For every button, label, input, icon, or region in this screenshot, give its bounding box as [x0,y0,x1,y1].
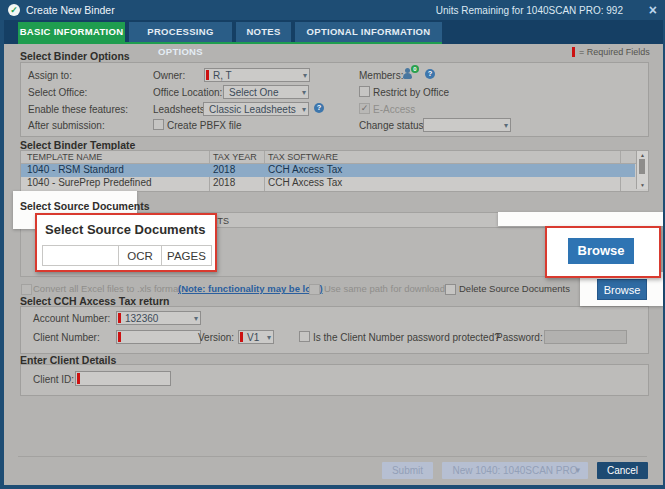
note-functionality-link[interactable]: (Note: functionality may be lost) [178,283,323,294]
binder-check-icon: ✓ [8,4,20,16]
binder-type-value: New 1040: 1040SCAN PRO [452,465,577,476]
after-submission-label: After submission: [28,120,105,131]
title-bar: ✓ Create New Binder Units Remaining for … [0,0,665,20]
table-row-sureprep-predefined[interactable]: 1040 - SurePrep Predefined 2018 CCH Axce… [21,177,635,190]
chevron-down-icon: ▾ [302,86,306,99]
template-table-header: TEMPLATE NAME TAX YEAR TAX SOFTWARE [21,151,646,164]
leadsheets-value: Classic Leadsheets [209,104,296,115]
scroll-up-icon[interactable]: ▲ [637,152,648,158]
chevron-down-icon: ▾ [504,119,508,132]
password-protected-checkbox[interactable] [299,331,310,342]
tab-strip: BASIC INFORMATION PROCESSING OPTIONS NOT… [0,20,665,44]
members-label: Members: [359,70,403,81]
col-template-name: TEMPLATE NAME [27,152,102,162]
create-pbfx-checkbox[interactable] [153,119,164,130]
cancel-button[interactable]: Cancel [597,462,648,479]
office-location-select[interactable]: Select One ▾ [223,85,309,99]
binder-type-dropdown[interactable]: New 1040: 1040SCAN PRO ▾ [442,462,588,479]
eaccess-checkbox: ✓ [359,103,370,114]
col-tax-software: TAX SOFTWARE [268,152,338,162]
owner-label: Owner: [153,70,185,81]
assign-to-label: Assign to: [28,70,72,81]
account-number-select[interactable]: 132360 ▾ [116,311,201,325]
close-icon[interactable]: × [649,2,657,18]
footer-divider [18,456,647,457]
use-same-path-label: Use same path for download [324,283,445,294]
delete-source-docs-checkbox[interactable] [445,284,456,295]
tax-software: CCH Axcess Tax [268,164,342,175]
required-marker-legend [572,47,575,57]
version-value: V1 [247,332,259,343]
binder-options-title: Select Binder Options [20,50,130,62]
convert-excel-checkbox [21,284,32,295]
eaccess-label: E-Access [373,104,415,115]
tab-processing-options[interactable]: PROCESSING OPTIONS [129,22,232,42]
client-id-input[interactable] [75,371,171,386]
binder-options-box: Assign to: Owner: R, T ▾ Members: 0 ? Se… [20,62,649,137]
tax-year: 2018 [213,177,235,188]
restrict-by-office-label: Restrict by Office [373,87,449,98]
callout-ocr-column: OCR [118,245,162,266]
scroll-down-icon[interactable]: ▼ [637,182,648,188]
window-border-bottom [0,485,665,489]
select-office-label: Select Office: [28,87,87,98]
convert-excel-label: Convert all Excel files to .xls format [33,283,181,294]
source-documents-title: Select Source Documents [20,200,150,212]
chevron-down-icon: ▾ [303,69,307,82]
create-new-binder-dialog: ✓ Create New Binder Units Remaining for … [0,0,665,489]
account-number-value: 132360 [125,313,158,324]
client-number-label: Client Number: [33,332,100,343]
annotation-white-patch [498,212,663,226]
members-help-icon[interactable]: ? [425,69,435,79]
office-location-value: Select One [229,87,278,98]
callout-browse-button: Browse [568,238,634,264]
password-protected-label: Is the Client Number password protected? [313,332,500,343]
source-documents-callout: Select Source Documents OCR PAGES [35,213,217,272]
scrollbar-thumb[interactable] [639,159,645,174]
callout-pages-column: PAGES [161,245,212,266]
leadsheets-help-icon[interactable]: ? [314,103,324,113]
chevron-down-icon: ▾ [267,331,271,344]
submit-button[interactable]: Submit [382,462,433,479]
owner-select[interactable]: R, T ▾ [204,68,310,82]
tax-software: CCH Axcess Tax [268,177,342,188]
table-row-rsm-standard[interactable]: 1040 - RSM Standard 2018 CCH Axcess Tax [21,164,635,177]
chevron-down-icon: ▾ [575,462,580,479]
account-number-label: Account Number: [33,313,110,324]
tab-basic-information[interactable]: BASIC INFORMATION [18,22,125,42]
tab-notes[interactable]: NOTES [236,22,291,42]
axcess-return-box: Account Number: 132360 ▾ Client Number: … [20,306,649,354]
owner-value: R, T [213,70,232,81]
dialog-title: Create New Binder [26,4,115,16]
members-icon[interactable]: 0 [402,68,414,80]
change-status-select[interactable]: ▾ [423,118,511,132]
tax-year: 2018 [213,164,235,175]
tab-optional-information[interactable]: OPTIONAL INFORMATION [295,22,442,42]
tab-underline [18,42,442,44]
window-border-left [0,20,4,489]
template-table-scrollbar[interactable]: ▲ ▼ [636,151,648,189]
chevron-down-icon: ▾ [302,103,306,116]
leadsheets-select[interactable]: Classic Leadsheets ▾ [203,102,309,116]
create-pbfx-label: Create PBFX file [167,120,241,131]
template-name: 1040 - SurePrep Predefined [27,177,152,188]
enable-features-label: Enable these features: [28,104,128,115]
template-name: 1040 - RSM Standard [27,164,124,175]
version-select[interactable]: V1 ▾ [238,330,274,344]
chevron-down-icon: ▾ [194,312,198,325]
units-remaining-text: Units Remaining for 1040SCAN PRO: 992 [436,5,623,16]
browse-callout: Browse [545,226,661,278]
callout-source-documents-title: Select Source Documents [45,222,205,237]
version-label: Version: [198,332,234,343]
password-input [544,330,627,344]
client-id-label: Client ID: [33,374,74,385]
browse-button[interactable]: Browse [597,279,647,300]
required-fields-legend: = Required Fields [579,47,650,57]
col-tax-year: TAX YEAR [213,152,257,162]
callout-empty-column [42,245,119,266]
client-details-box: Client ID: [20,364,649,396]
delete-source-docs-label: Delete Source Documents [459,283,570,294]
members-count-badge: 0 [411,65,419,73]
client-number-input[interactable] [116,330,201,344]
restrict-by-office-checkbox[interactable] [359,86,370,97]
